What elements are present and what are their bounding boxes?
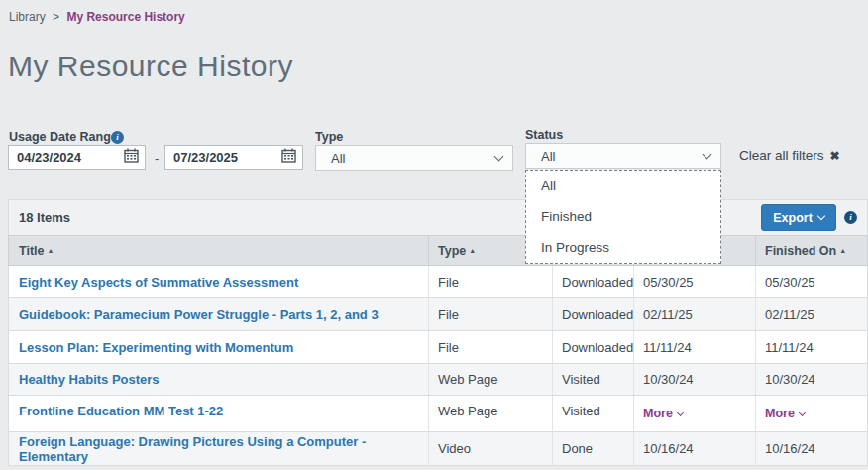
breadcrumb-separator: > xyxy=(53,10,59,24)
finished-on-cell: 11/11/24 xyxy=(755,331,868,363)
type-cell: File xyxy=(428,298,552,330)
resource-title-link[interactable]: Eight Key Aspects of Summative Assessmen… xyxy=(19,275,298,290)
table-row: Frontline Education MM Test 1-22 Web Pag… xyxy=(8,396,868,432)
finished-on-cell: 02/11/25 xyxy=(755,298,868,330)
table-row: Eight Key Aspects of Summative Assessmen… xyxy=(8,266,868,298)
used-on-cell: 05/30/25 xyxy=(633,266,755,297)
type-cell: File xyxy=(428,266,552,297)
resource-history-panel: 18 Items Export i Title ▲ Type ▲ Finishe… xyxy=(8,199,868,466)
page-title: My Resource History xyxy=(8,50,293,83)
status-option-finished[interactable]: Finished xyxy=(526,201,720,232)
calendar-icon[interactable] xyxy=(124,148,139,167)
date-range-dash: - xyxy=(155,151,159,166)
column-header-finished-on[interactable]: Finished On ▲ xyxy=(755,236,868,265)
type-cell: File xyxy=(428,331,552,363)
date-to-field[interactable] xyxy=(164,145,303,170)
sort-asc-icon: ▲ xyxy=(47,247,54,254)
finished-on-cell: 10/30/24 xyxy=(755,364,868,395)
date-from-input[interactable] xyxy=(17,150,124,165)
column-header-title[interactable]: Title ▲ xyxy=(9,236,428,265)
table-row: Foreign Language: Drawing Pictures Using… xyxy=(8,432,868,466)
export-button[interactable]: Export xyxy=(761,204,836,231)
table-header-row: Title ▲ Type ▲ Finished On ▲ xyxy=(8,235,868,266)
action-cell: Downloaded xyxy=(552,331,633,363)
chevron-down-icon xyxy=(677,409,684,415)
more-dropdown-link[interactable]: More xyxy=(643,407,683,420)
date-from-field[interactable] xyxy=(8,145,146,170)
info-icon[interactable]: i xyxy=(111,131,124,144)
table-row: Healthy Habits Posters Web Page Visited … xyxy=(8,364,868,396)
type-cell: Web Page xyxy=(428,396,552,431)
date-to-input[interactable] xyxy=(173,150,281,165)
chevron-down-icon xyxy=(799,409,806,415)
action-cell: Visited xyxy=(552,396,633,431)
status-select[interactable]: All xyxy=(525,143,721,169)
resource-title-link[interactable]: Guidebook: Paramecium Power Struggle - P… xyxy=(19,307,379,322)
more-dropdown-link[interactable]: More xyxy=(765,407,805,420)
used-on-cell: 10/16/24 xyxy=(633,432,755,465)
table-row: Lesson Plan: Experimenting with Momentum… xyxy=(8,331,868,364)
resource-title-link[interactable]: Lesson Plan: Experimenting with Momentum xyxy=(19,340,293,355)
breadcrumb: Library > My Resource History xyxy=(9,10,185,24)
resource-title-link[interactable]: Healthy Habits Posters xyxy=(19,372,160,387)
sort-asc-icon: ▲ xyxy=(469,247,476,254)
items-count: 18 Items xyxy=(19,210,70,225)
finished-on-cell: 05/30/25 xyxy=(755,266,868,297)
type-label: Type xyxy=(315,130,343,144)
status-option-all[interactable]: All xyxy=(526,171,720,201)
status-label: Status xyxy=(525,128,563,142)
type-select[interactable]: All xyxy=(315,145,513,171)
used-on-cell: 10/30/24 xyxy=(633,364,755,395)
used-on-cell: 02/11/25 xyxy=(633,298,755,330)
chevron-down-icon xyxy=(494,151,504,161)
status-select-value: All xyxy=(541,149,704,164)
close-icon: ✖ xyxy=(830,149,840,163)
breadcrumb-current: My Resource History xyxy=(66,10,184,24)
clear-all-filters-label: Clear all filters xyxy=(739,148,824,163)
resource-title-link[interactable]: Frontline Education MM Test 1-22 xyxy=(19,404,223,418)
info-icon[interactable]: i xyxy=(844,211,857,224)
export-button-label: Export xyxy=(773,211,813,225)
action-cell: Visited xyxy=(552,364,633,395)
items-toolbar: 18 Items Export i xyxy=(8,199,868,235)
chevron-down-icon xyxy=(703,149,712,159)
chevron-down-icon xyxy=(817,212,825,220)
usage-date-range-label: Usage Date Range xyxy=(9,130,118,144)
sort-asc-icon: ▲ xyxy=(839,247,846,254)
used-on-cell: 11/11/24 xyxy=(633,331,755,363)
calendar-icon[interactable] xyxy=(281,148,296,167)
finished-on-cell: 10/16/24 xyxy=(755,432,868,465)
status-dropdown-menu: All Finished In Progress xyxy=(525,170,721,264)
status-option-in-progress[interactable]: In Progress xyxy=(526,232,720,263)
action-cell: Done xyxy=(552,432,633,465)
action-cell: Downloaded xyxy=(552,298,633,330)
breadcrumb-library-link[interactable]: Library xyxy=(9,10,46,24)
type-select-value: All xyxy=(331,151,495,166)
type-cell: Web Page xyxy=(428,364,552,395)
resource-title-link[interactable]: Foreign Language: Drawing Pictures Using… xyxy=(19,434,428,464)
type-cell: Video xyxy=(428,432,552,465)
clear-all-filters-button[interactable]: Clear all filters ✖ xyxy=(739,148,840,163)
action-cell: Downloaded xyxy=(552,266,633,297)
table-row: Guidebook: Paramecium Power Struggle - P… xyxy=(8,298,868,331)
